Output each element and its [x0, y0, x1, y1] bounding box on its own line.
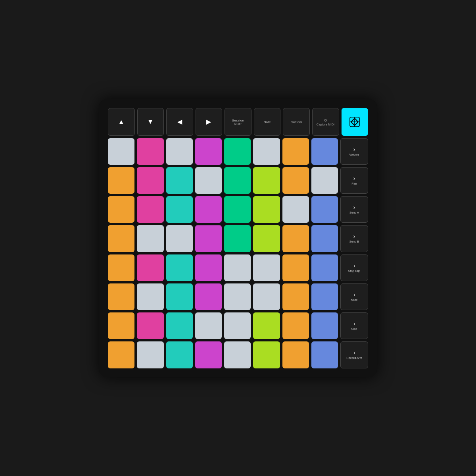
up-arrow-button[interactable]: ▲ — [108, 108, 135, 136]
pad-8-1[interactable] — [108, 341, 134, 368]
pad-3-8[interactable] — [311, 196, 338, 223]
pad-4-2[interactable] — [137, 225, 163, 252]
pad-1-8[interactable] — [311, 138, 338, 165]
grid-row-8 — [108, 341, 338, 368]
pad-8-3[interactable] — [166, 341, 193, 368]
pad-2-1[interactable] — [108, 167, 134, 194]
session-mixer-button[interactable]: Session Mixer — [225, 108, 251, 136]
pad-6-6[interactable] — [253, 283, 280, 310]
pad-2-4[interactable] — [195, 167, 222, 194]
pad-7-4[interactable] — [195, 312, 222, 339]
pad-6-5[interactable] — [224, 283, 251, 310]
pad-4-5[interactable] — [224, 225, 251, 252]
pad-4-3[interactable] — [166, 225, 193, 252]
pad-3-4[interactable] — [195, 196, 222, 223]
pad-2-6[interactable] — [253, 167, 280, 194]
pad-8-4[interactable] — [195, 341, 222, 368]
pad-5-5[interactable] — [224, 254, 251, 281]
custom-button[interactable]: Custom — [283, 108, 310, 136]
pad-7-2[interactable] — [137, 312, 163, 339]
novation-button[interactable] — [342, 108, 369, 136]
pad-7-7[interactable] — [282, 312, 309, 339]
pad-6-7[interactable] — [282, 283, 309, 310]
pad-1-2[interactable] — [137, 138, 163, 165]
pad-7-1[interactable] — [108, 312, 134, 339]
pad-1-4[interactable] — [195, 138, 222, 165]
custom-label: Custom — [290, 120, 302, 124]
pad-5-3[interactable] — [166, 254, 193, 281]
pad-2-5[interactable] — [224, 167, 251, 194]
pad-8-5[interactable] — [224, 341, 251, 368]
pad-2-3[interactable] — [166, 167, 193, 194]
pad-5-6[interactable] — [253, 254, 280, 281]
top-row: ▲ ▼ ◀ ▶ Session Mixer Note Custom ○ Capt… — [108, 108, 368, 136]
pad-6-4[interactable] — [195, 283, 222, 310]
pad-6-2[interactable] — [137, 283, 163, 310]
grid-row-3 — [108, 196, 338, 223]
down-arrow-icon: ▼ — [147, 118, 154, 125]
pad-1-7[interactable] — [282, 138, 309, 165]
pad-1-5[interactable] — [224, 138, 251, 165]
send-b-label: Send B — [349, 240, 359, 243]
pad-4-4[interactable] — [195, 225, 222, 252]
pad-7-5[interactable] — [224, 312, 251, 339]
solo-chevron-icon: › — [353, 321, 355, 326]
pad-8-8[interactable] — [311, 341, 338, 368]
pad-6-8[interactable] — [311, 283, 338, 310]
send-a-label: Send A — [349, 211, 359, 214]
pad-2-2[interactable] — [137, 167, 163, 194]
pad-3-5[interactable] — [224, 196, 251, 223]
pad-1-6[interactable] — [253, 138, 280, 165]
pad-8-6[interactable] — [253, 341, 280, 368]
send-b-button[interactable]: › Send B — [340, 225, 368, 252]
send-a-button[interactable]: › Send A — [340, 196, 368, 223]
pad-4-1[interactable] — [108, 225, 134, 252]
pad-5-7[interactable] — [282, 254, 309, 281]
pad-7-8[interactable] — [311, 312, 338, 339]
pad-4-8[interactable] — [311, 225, 338, 252]
pad-6-1[interactable] — [108, 283, 134, 310]
pan-label: Pan — [351, 182, 357, 185]
right-arrow-button[interactable]: ▶ — [196, 108, 223, 136]
pad-3-7[interactable] — [282, 196, 309, 223]
pad-4-6[interactable] — [253, 225, 280, 252]
note-label: Note — [264, 120, 271, 124]
pad-2-8[interactable] — [311, 167, 338, 194]
pan-button[interactable]: › Pan — [340, 167, 368, 194]
capture-midi-button[interactable]: ○ Capture MIDI — [312, 108, 339, 136]
mute-button[interactable]: › Mute — [340, 283, 368, 310]
down-arrow-button[interactable]: ▼ — [137, 108, 164, 136]
stop-clip-chevron-icon: › — [353, 263, 355, 268]
pad-3-2[interactable] — [137, 196, 163, 223]
pad-8-7[interactable] — [282, 341, 309, 368]
solo-button[interactable]: › Solo — [340, 312, 368, 339]
capture-midi-icon: ○ — [324, 117, 327, 123]
record-arm-button[interactable]: › Record Arm — [340, 341, 368, 368]
pad-5-4[interactable] — [195, 254, 222, 281]
send-b-chevron-icon: › — [353, 233, 355, 239]
pad-3-6[interactable] — [253, 196, 280, 223]
pad-3-1[interactable] — [108, 196, 134, 223]
pad-4-7[interactable] — [282, 225, 309, 252]
volume-label: Volume — [349, 153, 359, 156]
grid-row-7 — [108, 312, 338, 339]
note-button[interactable]: Note — [254, 108, 281, 136]
pad-6-3[interactable] — [166, 283, 193, 310]
launchpad-controller: ▲ ▼ ◀ ▶ Session Mixer Note Custom ○ Capt… — [99, 99, 377, 377]
stop-clip-button[interactable]: › Stop Clip — [340, 254, 368, 281]
left-arrow-button[interactable]: ◀ — [166, 108, 193, 136]
pad-5-2[interactable] — [137, 254, 163, 281]
pad-7-3[interactable] — [166, 312, 193, 339]
capture-midi-label: Capture MIDI — [317, 123, 334, 126]
pad-1-3[interactable] — [166, 138, 193, 165]
volume-button[interactable]: › Volume — [340, 138, 368, 165]
pad-7-6[interactable] — [253, 312, 280, 339]
grid-row-5 — [108, 254, 338, 281]
pad-1-1[interactable] — [108, 138, 134, 165]
pad-5-1[interactable] — [108, 254, 134, 281]
pad-5-8[interactable] — [311, 254, 338, 281]
pad-3-3[interactable] — [166, 196, 193, 223]
left-arrow-icon: ◀ — [177, 118, 182, 125]
pad-8-2[interactable] — [137, 341, 163, 368]
pad-2-7[interactable] — [282, 167, 309, 194]
